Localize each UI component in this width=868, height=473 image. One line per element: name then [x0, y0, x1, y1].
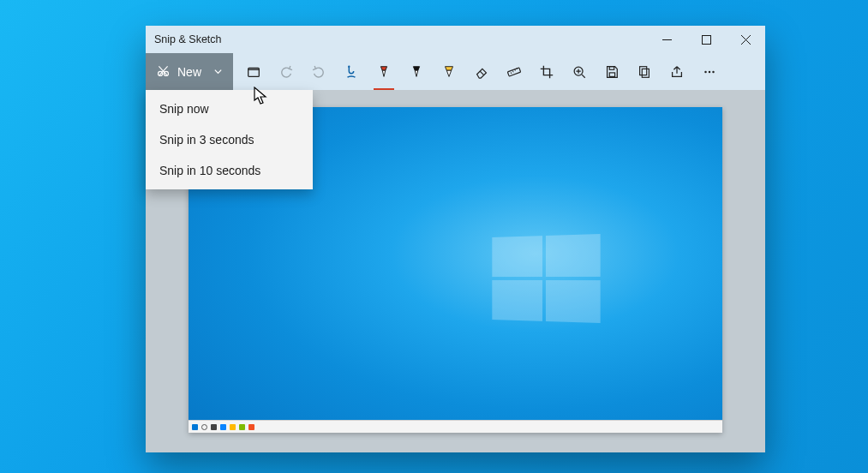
menu-item-snip-3s[interactable]: Snip in 3 seconds [146, 124, 313, 155]
touch-writing-button[interactable] [336, 57, 367, 87]
window-title: Snip & Sketch [154, 33, 222, 45]
redo-button[interactable] [303, 57, 334, 87]
chevron-down-icon [213, 67, 223, 76]
copy-button[interactable] [629, 57, 660, 87]
crop-button[interactable] [531, 57, 562, 87]
pencil-icon [409, 64, 424, 80]
zoom-button[interactable] [564, 57, 595, 87]
svg-point-11 [704, 70, 707, 73]
app-window: Snip & Sketch New [146, 26, 765, 452]
share-icon [669, 64, 685, 80]
more-icon [702, 64, 717, 80]
pencil-button[interactable] [401, 57, 432, 87]
redo-icon [311, 64, 326, 80]
svg-point-4 [348, 65, 350, 67]
share-button[interactable] [661, 57, 692, 87]
minimize-button[interactable] [647, 26, 686, 53]
svg-rect-9 [640, 66, 647, 75]
svg-rect-7 [609, 72, 614, 76]
menu-item-snip-10s[interactable]: Snip in 10 seconds [146, 155, 313, 186]
menu-item-snip-now[interactable]: Snip now [146, 93, 313, 124]
new-snip-icon [156, 63, 171, 81]
ballpoint-pen-button[interactable] [368, 57, 399, 87]
windows-logo-icon [492, 234, 600, 323]
svg-point-13 [712, 70, 715, 73]
highlighter-button[interactable] [434, 57, 464, 87]
svg-rect-8 [609, 66, 614, 69]
ruler-button[interactable] [499, 57, 530, 87]
close-button[interactable] [726, 26, 765, 53]
svg-rect-0 [702, 35, 710, 44]
new-snip-menu: Snip now Snip in 3 seconds Snip in 10 se… [146, 90, 313, 189]
highlighter-icon [441, 64, 457, 80]
new-snip-chevron[interactable] [208, 53, 228, 90]
new-snip-label: New [177, 65, 201, 79]
ballpoint-pen-icon [376, 64, 392, 80]
more-button[interactable] [694, 57, 725, 87]
save-icon [604, 64, 620, 80]
crop-icon [539, 64, 554, 80]
touch-write-icon [344, 64, 359, 80]
svg-rect-10 [642, 69, 649, 77]
eraser-button[interactable] [466, 57, 497, 87]
window-controls [647, 26, 765, 53]
copy-icon [637, 64, 652, 80]
tool-icons [233, 57, 760, 87]
undo-icon [278, 64, 294, 80]
titlebar: Snip & Sketch [146, 26, 765, 53]
svg-point-12 [709, 70, 711, 73]
ruler-icon [506, 64, 522, 80]
open-icon [246, 64, 261, 80]
maximize-button[interactable] [686, 26, 726, 53]
captured-taskbar [189, 420, 722, 433]
new-snip-button[interactable]: New [146, 53, 233, 90]
zoom-icon [572, 64, 587, 80]
toolbar: New [146, 53, 765, 91]
save-button[interactable] [596, 57, 627, 87]
undo-button[interactable] [271, 57, 302, 87]
eraser-icon [474, 64, 489, 80]
svg-rect-5 [507, 68, 520, 76]
open-file-button[interactable] [238, 57, 269, 87]
